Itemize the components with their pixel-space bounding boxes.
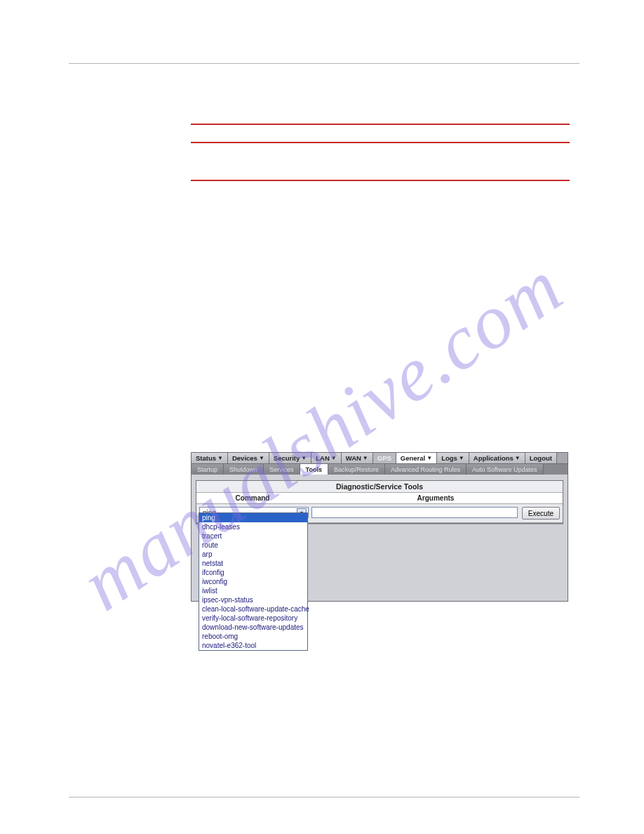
- tab-label: General: [401, 454, 425, 462]
- tab-status[interactable]: Status▼: [192, 453, 228, 463]
- tab-applications[interactable]: Applications▼: [469, 453, 525, 463]
- secondary-nav: Startup Shutdown Services Tools Backup/R…: [192, 464, 568, 475]
- page-divider-bottom: [69, 797, 579, 797]
- page-divider-top: [69, 63, 579, 64]
- chevron-down-icon: ▼: [331, 455, 337, 461]
- heading-rule-1: [191, 124, 570, 125]
- chevron-down-icon: ▼: [515, 455, 521, 461]
- tab-logout[interactable]: Logout: [525, 453, 557, 463]
- option-iwlist[interactable]: iwlist: [199, 586, 307, 595]
- column-headers: Command Arguments: [196, 493, 563, 504]
- tab-label: WAN: [346, 454, 361, 462]
- primary-nav: Status▼ Devices▼ Security▼ LAN▼ WAN▼ GPS…: [192, 453, 568, 464]
- tab-wan[interactable]: WAN▼: [342, 453, 373, 463]
- tab-label: Status: [196, 454, 216, 462]
- tab-label: Logs: [441, 454, 457, 462]
- subtab-services[interactable]: Services: [264, 464, 300, 475]
- execute-button[interactable]: Execute: [522, 507, 560, 519]
- panel-title: Diagnostic/Service Tools: [196, 481, 563, 493]
- option-iwconfig[interactable]: iwconfig: [199, 577, 307, 586]
- chevron-down-icon: ▼: [259, 455, 264, 461]
- subtab-shutdown[interactable]: Shutdown: [224, 464, 264, 475]
- command-dropdown-open[interactable]: ping dhcp-leases tracert route arp netst…: [199, 512, 308, 651]
- option-tracert[interactable]: tracert: [199, 531, 307, 541]
- header-arguments: Arguments: [309, 493, 563, 503]
- subtab-startup[interactable]: Startup: [192, 464, 224, 475]
- option-dhcp-leases[interactable]: dhcp-leases: [199, 522, 307, 531]
- tab-lan[interactable]: LAN▼: [311, 453, 341, 463]
- tab-label: LAN: [316, 454, 330, 462]
- subtab-advanced-routing[interactable]: Advanced Routing Rules: [385, 464, 467, 475]
- option-arp[interactable]: arp: [199, 550, 307, 559]
- subtab-tools[interactable]: Tools: [300, 464, 328, 475]
- subtab-auto-software-updates[interactable]: Auto Software Updates: [467, 464, 544, 475]
- tab-label: GPS: [377, 454, 391, 462]
- header-command: Command: [196, 493, 309, 503]
- tab-devices[interactable]: Devices▼: [228, 453, 269, 463]
- tab-logs[interactable]: Logs▼: [437, 453, 469, 463]
- option-route[interactable]: route: [199, 541, 307, 550]
- chevron-down-icon: ▼: [301, 455, 307, 461]
- router-admin-screenshot: Status▼ Devices▼ Security▼ LAN▼ WAN▼ GPS…: [191, 452, 568, 602]
- option-verify-repository[interactable]: verify-local-software-repository: [199, 614, 307, 623]
- tab-label: Security: [274, 454, 300, 462]
- option-clean-cache[interactable]: clean-local-software-update-cache: [199, 604, 307, 614]
- tab-label: Logout: [530, 454, 552, 462]
- subtab-backup-restore[interactable]: Backup/Restore: [328, 464, 385, 475]
- tab-general[interactable]: General▼: [396, 453, 437, 463]
- option-ipsec-vpn-status[interactable]: ipsec-vpn-status: [199, 595, 307, 604]
- chevron-down-icon: ▼: [459, 455, 464, 461]
- option-download-updates[interactable]: download-new-software-updates: [199, 623, 307, 632]
- option-ifconfig[interactable]: ifconfig: [199, 568, 307, 577]
- option-novatel-tool[interactable]: novatel-e362-tool: [199, 641, 307, 650]
- heading-rule-3: [191, 180, 570, 181]
- tab-gps[interactable]: GPS: [373, 453, 396, 463]
- heading-rule-2: [191, 142, 570, 143]
- option-ping[interactable]: ping: [199, 513, 307, 522]
- option-reboot-omg[interactable]: reboot-omg: [199, 632, 307, 641]
- chevron-down-icon: ▼: [363, 455, 368, 461]
- arguments-input[interactable]: [311, 507, 518, 518]
- chevron-down-icon: ▼: [427, 455, 432, 461]
- option-netstat[interactable]: netstat: [199, 559, 307, 568]
- chevron-down-icon: ▼: [217, 455, 223, 461]
- tab-label: Applications: [474, 454, 514, 462]
- tab-security[interactable]: Security▼: [269, 453, 311, 463]
- tab-label: Devices: [232, 454, 257, 462]
